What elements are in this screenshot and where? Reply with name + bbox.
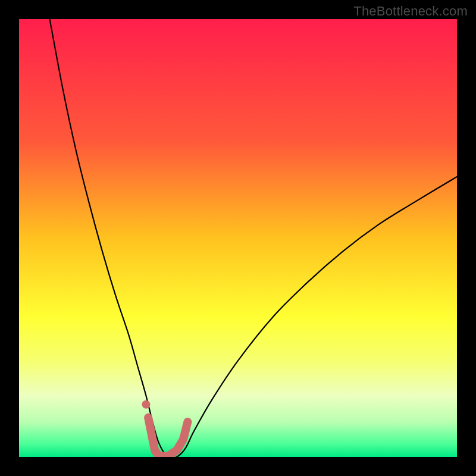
frame-border bbox=[0, 457, 476, 476]
frame-border bbox=[0, 0, 19, 476]
bottleneck-chart bbox=[19, 19, 457, 457]
gradient-background bbox=[19, 19, 457, 457]
watermark-text: TheBottleneck.com bbox=[353, 4, 468, 19]
plot-area bbox=[19, 19, 457, 457]
highlight-dot bbox=[142, 400, 150, 409]
frame-border bbox=[457, 0, 476, 476]
